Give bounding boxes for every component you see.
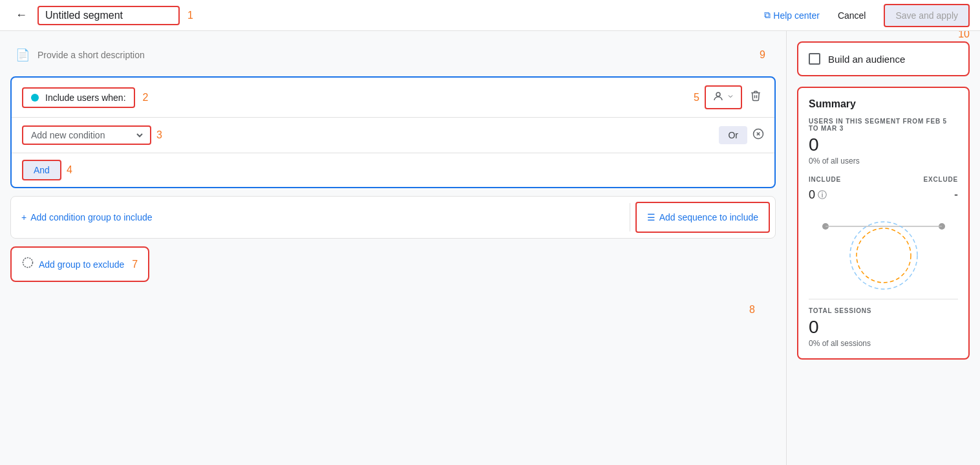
doc-icon: 📄 bbox=[16, 48, 30, 62]
help-link[interactable]: ⧉ Help center bbox=[764, 10, 820, 21]
exclude-label: Add group to exclude bbox=[39, 259, 124, 270]
number-badge-1: 1 bbox=[187, 10, 193, 21]
condition-row: Add new condition 3 Or bbox=[12, 118, 774, 153]
help-label: Help center bbox=[773, 10, 820, 21]
exclude-dash: - bbox=[954, 188, 958, 202]
and-button[interactable]: And bbox=[22, 160, 61, 180]
save-and-apply-button[interactable]: Save and apply bbox=[884, 4, 970, 27]
segment-title-input[interactable] bbox=[37, 6, 180, 25]
or-button[interactable]: Or bbox=[719, 126, 747, 144]
number-badge-10: 10 bbox=[958, 31, 970, 40]
include-condition-block: Include users when: 2 5 bbox=[10, 76, 776, 188]
number-badge-2: 2 bbox=[143, 92, 149, 103]
center-panel: 📄 9 Include users when: 2 5 bbox=[0, 31, 786, 465]
svg-point-8 bbox=[857, 228, 911, 283]
number-badge-8: 8 bbox=[749, 304, 755, 316]
cancel-button[interactable]: Cancel bbox=[830, 5, 874, 26]
number-badge-9: 9 bbox=[760, 49, 765, 61]
dashed-circle-icon bbox=[22, 257, 34, 272]
user-dropdown-button[interactable] bbox=[705, 85, 742, 109]
svg-point-9 bbox=[850, 222, 917, 289]
description-bar: 📄 9 bbox=[10, 41, 776, 69]
number-badge-5: 5 bbox=[694, 92, 699, 103]
total-sessions-count: 0 bbox=[809, 317, 958, 338]
number-badge-7: 7 bbox=[132, 259, 138, 270]
number-badge-4: 4 bbox=[67, 164, 72, 176]
description-input[interactable] bbox=[37, 50, 771, 60]
svg-point-4 bbox=[23, 258, 33, 268]
condition-select[interactable]: Add new condition bbox=[28, 129, 145, 141]
summary-divider bbox=[809, 299, 958, 299]
users-section-label: USERS IN THIS SEGMENT FROM FEB 5 TO MAR … bbox=[809, 118, 958, 132]
condition-select-wrap[interactable]: Add new condition bbox=[22, 125, 151, 145]
build-audience-checkbox[interactable] bbox=[809, 53, 820, 65]
condition-row-right: Or bbox=[719, 126, 764, 144]
and-row: And 4 bbox=[12, 153, 774, 187]
build-audience-label: Build an audience bbox=[828, 54, 905, 65]
remove-condition-button[interactable] bbox=[752, 128, 764, 143]
add-exclude-group-button[interactable]: Add group to exclude 7 bbox=[10, 246, 149, 282]
build-audience-card: Build an audience bbox=[797, 41, 970, 76]
build-audience-inner: Build an audience bbox=[809, 53, 958, 65]
user-icon bbox=[712, 91, 724, 104]
header-right: 5 bbox=[691, 85, 764, 109]
include-exclude-labels: INCLUDE EXCLUDE bbox=[809, 176, 958, 183]
topbar: ← 1 ⧉ Help center Cancel Save and apply bbox=[0, 0, 980, 31]
add-condition-group-button[interactable]: + Add condition group to include bbox=[11, 203, 630, 232]
help-icon: ⧉ bbox=[764, 10, 771, 21]
summary-card: Summary USERS IN THIS SEGMENT FROM FEB 5… bbox=[797, 87, 970, 360]
right-panel: 10 Build an audience Summary USERS IN TH… bbox=[786, 31, 980, 465]
users-count: 0 bbox=[809, 135, 958, 155]
topbar-left: ← 1 bbox=[10, 6, 193, 25]
main-layout: 📄 9 Include users when: 2 5 bbox=[0, 31, 980, 465]
add-condition-label: Add condition group to include bbox=[30, 212, 152, 222]
add-sequence-label: Add sequence to include bbox=[659, 212, 758, 222]
add-row: + Add condition group to include ☰ Add s… bbox=[10, 196, 776, 239]
venn-diagram bbox=[809, 207, 958, 291]
back-button[interactable]: ← bbox=[10, 8, 32, 22]
number-badge-3: 3 bbox=[156, 129, 162, 141]
total-sessions-pct: 0% of all sessions bbox=[809, 339, 958, 348]
add-sequence-button[interactable]: ☰ Add sequence to include bbox=[635, 202, 770, 233]
inc-exc-row: 0 ⓘ - bbox=[809, 188, 958, 202]
total-sessions-label: TOTAL SESSIONS bbox=[809, 307, 958, 314]
list-icon: ☰ bbox=[647, 212, 655, 222]
topbar-right: ⧉ Help center Cancel Save and apply bbox=[764, 4, 970, 27]
summary-title: Summary bbox=[809, 98, 958, 110]
exclude-label-summary: EXCLUDE bbox=[924, 176, 958, 183]
teal-dot bbox=[31, 94, 39, 102]
condition-header: Include users when: 2 5 bbox=[12, 78, 774, 118]
svg-point-0 bbox=[716, 92, 720, 96]
plus-icon: + bbox=[21, 212, 27, 222]
delete-button[interactable] bbox=[747, 87, 764, 107]
users-pct: 0% of all users bbox=[809, 157, 958, 166]
include-label-wrap: Include users when: bbox=[22, 87, 135, 108]
include-label-summary: INCLUDE bbox=[809, 176, 841, 183]
include-label: Include users when: bbox=[45, 92, 126, 103]
chevron-down-icon bbox=[727, 92, 734, 102]
include-count: 0 ⓘ bbox=[809, 188, 827, 202]
info-icon[interactable]: ⓘ bbox=[818, 189, 827, 201]
